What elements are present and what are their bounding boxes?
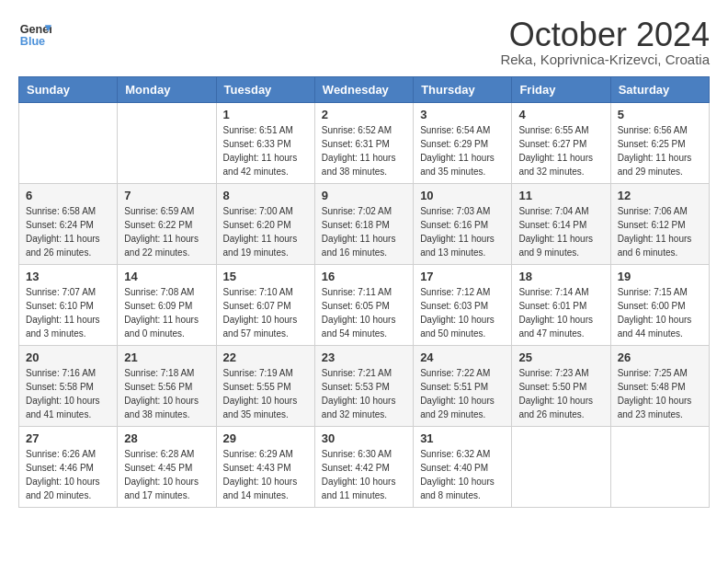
day-number: 30	[322, 431, 406, 445]
calendar-cell: 31Sunrise: 6:32 AMSunset: 4:40 PMDayligh…	[414, 427, 512, 508]
day-header: Saturday	[610, 77, 709, 103]
day-info: Sunrise: 7:11 AMSunset: 6:05 PMDaylight:…	[322, 285, 406, 340]
calendar-cell	[19, 103, 118, 184]
day-info: Sunrise: 7:16 AMSunset: 5:58 PMDaylight:…	[26, 366, 110, 421]
day-number: 12	[618, 189, 702, 202]
calendar-cell: 12Sunrise: 7:06 AMSunset: 6:12 PMDayligh…	[610, 184, 709, 265]
day-info: Sunrise: 6:51 AMSunset: 6:33 PMDaylight:…	[223, 123, 308, 178]
day-info: Sunrise: 6:55 AMSunset: 6:27 PMDaylight:…	[518, 123, 603, 178]
calendar-cell: 8Sunrise: 7:00 AMSunset: 6:20 PMDaylight…	[216, 184, 314, 265]
calendar-week-row: 20Sunrise: 7:16 AMSunset: 5:58 PMDayligh…	[19, 346, 710, 427]
day-number: 31	[420, 431, 505, 445]
day-number: 21	[124, 350, 209, 364]
day-info: Sunrise: 6:30 AMSunset: 4:42 PMDaylight:…	[322, 447, 406, 502]
day-number: 28	[124, 431, 209, 445]
calendar-cell: 27Sunrise: 6:26 AMSunset: 4:46 PMDayligh…	[19, 427, 118, 508]
day-info: Sunrise: 6:52 AMSunset: 6:31 PMDaylight:…	[322, 123, 406, 178]
calendar-cell: 9Sunrise: 7:02 AMSunset: 6:18 PMDaylight…	[314, 184, 413, 265]
day-info: Sunrise: 7:22 AMSunset: 5:51 PMDaylight:…	[420, 366, 505, 421]
month-title: October 2024	[500, 18, 710, 52]
calendar-cell	[118, 103, 216, 184]
calendar-cell	[610, 427, 709, 508]
calendar-cell: 6Sunrise: 6:58 AMSunset: 6:24 PMDaylight…	[19, 184, 118, 265]
calendar-cell: 21Sunrise: 7:18 AMSunset: 5:56 PMDayligh…	[118, 346, 216, 427]
calendar-cell: 2Sunrise: 6:52 AMSunset: 6:31 PMDaylight…	[314, 103, 413, 184]
calendar-cell: 18Sunrise: 7:14 AMSunset: 6:01 PMDayligh…	[512, 265, 610, 346]
day-number: 11	[518, 189, 603, 202]
calendar-cell: 20Sunrise: 7:16 AMSunset: 5:58 PMDayligh…	[19, 346, 118, 427]
calendar-week-row: 1Sunrise: 6:51 AMSunset: 6:33 PMDaylight…	[19, 103, 710, 184]
day-info: Sunrise: 7:21 AMSunset: 5:53 PMDaylight:…	[322, 366, 406, 421]
calendar-week-row: 27Sunrise: 6:26 AMSunset: 4:46 PMDayligh…	[19, 427, 710, 508]
day-info: Sunrise: 7:14 AMSunset: 6:01 PMDaylight:…	[518, 285, 603, 340]
calendar-week-row: 13Sunrise: 7:07 AMSunset: 6:10 PMDayligh…	[19, 265, 710, 346]
day-number: 2	[322, 108, 406, 121]
logo: General Blue	[18, 18, 51, 52]
calendar-cell: 7Sunrise: 6:59 AMSunset: 6:22 PMDaylight…	[118, 184, 216, 265]
day-header: Tuesday	[216, 77, 314, 103]
day-header: Wednesday	[314, 77, 413, 103]
day-info: Sunrise: 7:25 AMSunset: 5:48 PMDaylight:…	[618, 366, 702, 421]
calendar-cell: 13Sunrise: 7:07 AMSunset: 6:10 PMDayligh…	[19, 265, 118, 346]
day-number: 9	[322, 189, 406, 202]
day-number: 16	[322, 270, 406, 283]
calendar-cell: 25Sunrise: 7:23 AMSunset: 5:50 PMDayligh…	[512, 346, 610, 427]
location-subtitle: Reka, Koprivnica-Krizevci, Croatia	[500, 52, 710, 67]
day-info: Sunrise: 6:58 AMSunset: 6:24 PMDaylight:…	[26, 204, 110, 259]
day-info: Sunrise: 6:56 AMSunset: 6:25 PMDaylight:…	[618, 123, 702, 178]
day-info: Sunrise: 7:19 AMSunset: 5:55 PMDaylight:…	[223, 366, 308, 421]
day-number: 3	[420, 108, 505, 121]
day-header: Sunday	[19, 77, 118, 103]
day-info: Sunrise: 6:26 AMSunset: 4:46 PMDaylight:…	[26, 447, 110, 502]
day-number: 5	[618, 108, 702, 121]
day-number: 27	[26, 431, 110, 445]
day-number: 23	[322, 350, 406, 364]
day-number: 19	[618, 270, 702, 283]
day-info: Sunrise: 7:12 AMSunset: 6:03 PMDaylight:…	[420, 285, 505, 340]
calendar-cell: 16Sunrise: 7:11 AMSunset: 6:05 PMDayligh…	[314, 265, 413, 346]
day-number: 15	[223, 270, 308, 283]
day-info: Sunrise: 7:23 AMSunset: 5:50 PMDaylight:…	[518, 366, 603, 421]
day-number: 10	[420, 189, 505, 202]
calendar-cell: 28Sunrise: 6:28 AMSunset: 4:45 PMDayligh…	[118, 427, 216, 508]
day-header: Monday	[118, 77, 216, 103]
day-number: 14	[124, 270, 209, 283]
day-number: 22	[223, 350, 308, 364]
day-number: 1	[223, 108, 308, 121]
day-number: 13	[26, 270, 110, 283]
calendar-cell: 3Sunrise: 6:54 AMSunset: 6:29 PMDaylight…	[414, 103, 512, 184]
day-info: Sunrise: 6:59 AMSunset: 6:22 PMDaylight:…	[124, 204, 209, 259]
page-header: General Blue October 2024 Reka, Koprivni…	[18, 18, 710, 67]
calendar-cell: 15Sunrise: 7:10 AMSunset: 6:07 PMDayligh…	[216, 265, 314, 346]
title-block: October 2024 Reka, Koprivnica-Krizevci, …	[500, 18, 710, 67]
calendar-cell	[512, 427, 610, 508]
calendar-cell: 14Sunrise: 7:08 AMSunset: 6:09 PMDayligh…	[118, 265, 216, 346]
day-number: 24	[420, 350, 505, 364]
day-number: 18	[518, 270, 603, 283]
calendar-week-row: 6Sunrise: 6:58 AMSunset: 6:24 PMDaylight…	[19, 184, 710, 265]
day-info: Sunrise: 7:15 AMSunset: 6:00 PMDaylight:…	[618, 285, 702, 340]
day-number: 17	[420, 270, 505, 283]
day-header: Thursday	[414, 77, 512, 103]
day-number: 6	[26, 189, 110, 202]
day-info: Sunrise: 6:28 AMSunset: 4:45 PMDaylight:…	[124, 447, 209, 502]
calendar-cell: 19Sunrise: 7:15 AMSunset: 6:00 PMDayligh…	[610, 265, 709, 346]
calendar-header-row: SundayMondayTuesdayWednesdayThursdayFrid…	[19, 77, 710, 103]
calendar-cell: 22Sunrise: 7:19 AMSunset: 5:55 PMDayligh…	[216, 346, 314, 427]
day-info: Sunrise: 6:54 AMSunset: 6:29 PMDaylight:…	[420, 123, 505, 178]
day-number: 20	[26, 350, 110, 364]
day-info: Sunrise: 7:10 AMSunset: 6:07 PMDaylight:…	[223, 285, 308, 340]
day-number: 26	[618, 350, 702, 364]
day-header: Friday	[512, 77, 610, 103]
svg-text:Blue: Blue	[20, 35, 45, 48]
day-info: Sunrise: 6:29 AMSunset: 4:43 PMDaylight:…	[223, 447, 308, 502]
calendar-cell: 26Sunrise: 7:25 AMSunset: 5:48 PMDayligh…	[610, 346, 709, 427]
day-number: 25	[518, 350, 603, 364]
calendar-cell: 23Sunrise: 7:21 AMSunset: 5:53 PMDayligh…	[314, 346, 413, 427]
calendar-cell: 29Sunrise: 6:29 AMSunset: 4:43 PMDayligh…	[216, 427, 314, 508]
day-info: Sunrise: 7:18 AMSunset: 5:56 PMDaylight:…	[124, 366, 209, 421]
calendar-cell: 17Sunrise: 7:12 AMSunset: 6:03 PMDayligh…	[414, 265, 512, 346]
day-info: Sunrise: 7:04 AMSunset: 6:14 PMDaylight:…	[518, 204, 603, 259]
day-info: Sunrise: 6:32 AMSunset: 4:40 PMDaylight:…	[420, 447, 505, 502]
calendar-cell: 30Sunrise: 6:30 AMSunset: 4:42 PMDayligh…	[314, 427, 413, 508]
